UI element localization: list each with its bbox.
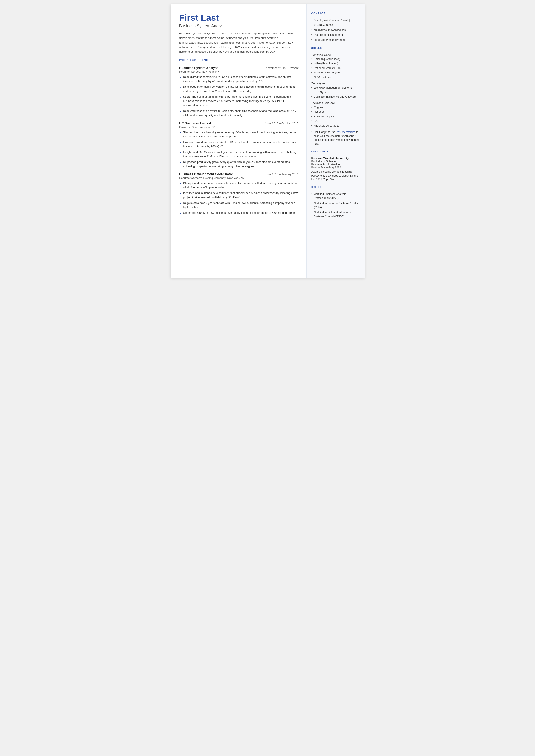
bullet-2-4: Surpassed productivity goals every quart… [179,160,299,169]
job-company-2: Growthsi, San Francisco, CA [179,126,299,129]
edu-field: Business Administration [311,163,360,166]
bullet-2-2: Evaluated workflow processes in the HR d… [179,140,299,149]
skills-promo-note: Don't forget to use Resume Worded to sca… [311,130,360,146]
other-item-2: Certified Information Systems Auditor (C… [311,201,360,209]
contact-item-email: email@resumeworded.com [311,28,360,32]
tech-skill-1: Balsamiq, (Advanced) [311,57,360,61]
job-title-2: HR Business Analyst [179,122,211,125]
job-company-3: Resume Worded's Exciting Company, New Yo… [179,176,299,180]
tech-skill-5: CRM Systems [311,75,360,79]
techniques-label: Techniques: [311,82,360,85]
job-bullets-3: Championed the creation of a new busines… [179,181,299,215]
tool-5: Microsoft Office Suite [311,124,360,127]
work-experience-heading: WORK EXPERIENCE [179,59,299,62]
other-list: Certified Business Analysis Professional… [311,192,360,218]
tools-list: Cognos Hyperion Business Objects SAS Mic… [311,105,360,127]
job-dates-2: June 2013 – October 2015 [265,122,298,125]
education-heading: EDUCATION [311,150,360,153]
other-item-1: Certified Business Analysis Professional… [311,192,360,200]
bullet-1-4: Received recognition award for efficient… [179,109,299,118]
job-dates-1: November 2015 – Present [266,66,298,70]
edu-block: Resume Worded University Bachelor of Sci… [311,156,360,182]
tool-1: Cognos [311,105,360,109]
technique-2: ERP Systems [311,90,360,94]
resume-worded-link[interactable]: Resume Worded [336,130,355,134]
other-item-3: Certified in Risk and Information System… [311,210,360,218]
job-block-1: Business System Analyst November 2015 – … [179,66,299,118]
summary-text: Business systems analyst with 10 years o… [179,31,299,54]
job-block-3: Business Development Coordinator June 20… [179,172,299,215]
contact-section: CONTACT Seattle, WA (Open to Remote) +1-… [311,12,360,42]
skills-section: SKILLS Technical Skills: Balsamiq, (Adva… [311,47,360,146]
contact-divider [311,16,360,16]
edu-awards: Awards: Resume Worded Teaching Fellow (o… [311,170,360,182]
bullet-3-2: Identified and launched new solutions th… [179,191,299,200]
bullet-1-1: Recognized for contributing to RW's succ… [179,75,299,83]
other-heading: OTHER [311,186,360,188]
job-company-1: Resume Worded, New York, NY [179,70,299,73]
job-title-3: Business Development Coordinator [179,172,233,176]
bullet-2-1: Slashed the cost of employee turnover by… [179,130,299,139]
contact-heading: CONTACT [311,12,360,14]
techniques-list: Workflow Management Systems ERP Systems … [311,86,360,99]
tech-skill-2: Wrike (Experienced) [311,62,360,66]
contact-list: Seattle, WA (Open to Remote) +1-234-456-… [311,18,360,42]
candidate-name: First Last [179,13,299,23]
edu-school: Resume Worded University [311,156,360,160]
technique-1: Workflow Management Systems [311,86,360,90]
tool-2: Hyperion [311,110,360,114]
technique-3: Business Intelligence and Analytics [311,95,360,99]
bullet-1-2: Developed Informatica conversion scripts… [179,85,299,93]
edu-location: Boston, MA — May 2010 [311,166,360,169]
education-section: EDUCATION Resume Worded University Bache… [311,150,360,182]
bullet-3-3: Negotiated a new 5-year contract with 2 … [179,201,299,210]
contact-item-location: Seattle, WA (Open to Remote) [311,18,360,22]
bullet-3-1: Championed the creation of a new busines… [179,181,299,190]
other-section: OTHER Certified Business Analysis Profes… [311,186,360,218]
skills-note-prefix: Don't forget to use [314,130,336,134]
contact-item-github: github.com/resumeworded [311,38,360,42]
job-bullets-2: Slashed the cost of employee turnover by… [179,130,299,169]
contact-item-linkedin: linkedin.com/in/username [311,33,360,37]
skills-heading: SKILLS [311,47,360,49]
technical-label: Technical Skills: [311,53,360,56]
job-title-1: Business System Analyst [179,66,218,70]
tool-3: Business Objects [311,115,360,119]
bullet-1-3: Streamlined all marketing functions by i… [179,95,299,107]
tech-skill-4: Version One Lifecycle [311,71,360,74]
tools-label: Tools and Software: [311,101,360,104]
edu-degree: Bachelor of Science [311,160,360,163]
tech-skill-3: Rational Requisite Pro [311,66,360,70]
bullet-2-3: Enlightened 300 Growthsi employees on th… [179,150,299,159]
technical-skills-list: Balsamiq, (Advanced) Wrike (Experienced)… [311,57,360,79]
job-header-2: HR Business Analyst June 2013 – October … [179,122,299,125]
bullet-3-4: Generated $100K in new business revenue … [179,211,299,215]
work-divider [179,63,299,63]
job-dates-3: June 2010 – January 2013 [265,173,298,176]
candidate-title: Business System Analyst [179,23,299,28]
job-bullets-1: Recognized for contributing to RW's succ… [179,75,299,118]
left-column: First Last Business System Analyst Busin… [171,4,306,278]
resume-page: First Last Business System Analyst Busin… [171,4,365,278]
tool-4: SAS [311,119,360,123]
job-block-2: HR Business Analyst June 2013 – October … [179,122,299,169]
job-header-1: Business System Analyst November 2015 – … [179,66,299,70]
contact-item-phone: +1-234-456-789 [311,23,360,27]
right-column: CONTACT Seattle, WA (Open to Remote) +1-… [306,4,365,278]
job-header-3: Business Development Coordinator June 20… [179,172,299,176]
